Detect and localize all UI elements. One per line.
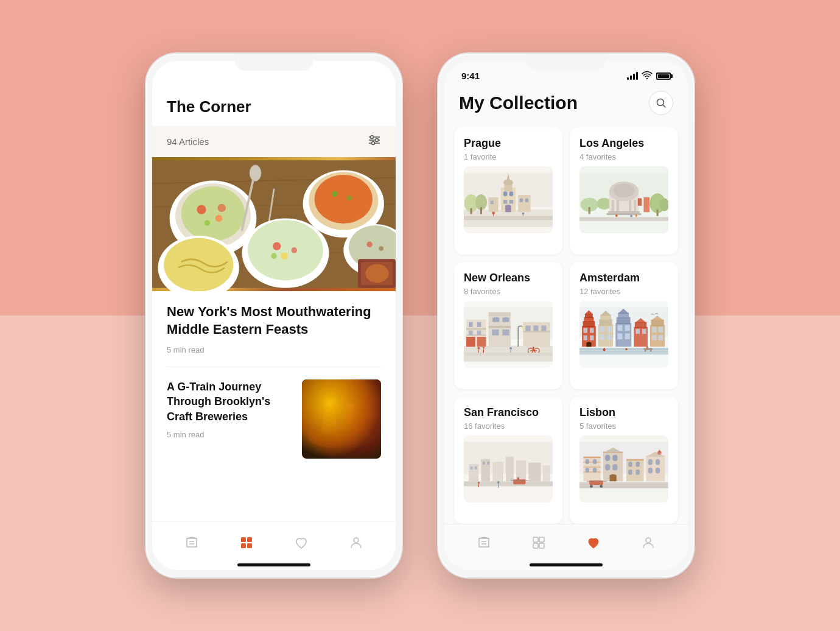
right-nav-favorites-active[interactable] [578,532,609,554]
svg-rect-74 [525,199,529,202]
second-article-text: A G-Train Journey Through Brooklyn's Cra… [167,379,292,439]
phone-notch-right [527,54,606,71]
search-button[interactable] [649,91,673,115]
svg-point-250 [600,485,603,488]
svg-point-105 [635,214,637,216]
svg-rect-128 [525,325,530,331]
svg-point-132 [477,347,480,350]
new-orleans-illustration [464,301,553,368]
svg-point-67 [503,180,513,186]
articles-bar: 94 Articles [152,126,396,157]
svg-point-136 [509,347,512,350]
svg-point-24 [347,196,352,200]
svg-rect-182 [659,335,663,340]
svg-rect-234 [626,459,643,460]
city-favorites-lisbon: 5 favorites [579,421,668,431]
svg-point-4 [376,139,379,142]
svg-rect-225 [593,468,597,473]
right-screen-content: 9:41 [444,61,688,524]
svg-rect-256 [533,537,538,542]
phone-notch-left [234,54,313,71]
signal-icon [627,72,638,80]
svg-rect-91 [617,200,619,212]
second-article-title: A G-Train Journey Through Brooklyn's Cra… [167,379,292,424]
phones-container: The Corner 94 Articles [128,35,712,596]
svg-point-19 [250,165,261,182]
svg-rect-112 [466,328,486,330]
svg-rect-203 [471,467,473,470]
lisbon-illustration [579,435,668,502]
svg-rect-151 [583,328,587,333]
svg-rect-204 [475,467,477,470]
signal-bar-4 [636,72,638,80]
svg-rect-70 [503,200,507,203]
svg-rect-183 [579,348,668,354]
left-phone-screen: The Corner 94 Articles [152,61,396,570]
nav-item-favorites[interactable] [286,532,317,554]
battery-icon [656,72,671,80]
second-article[interactable]: A G-Train Journey Through Brooklyn's Cra… [152,367,396,471]
wifi-icon [642,71,653,81]
svg-rect-50 [247,537,252,542]
right-nav-read[interactable] [469,532,499,554]
svg-rect-170 [625,333,630,339]
svg-point-103 [630,215,632,217]
city-card-lisbon[interactable]: Lisbon 5 favorites [570,397,678,524]
nav-item-read[interactable] [177,532,207,554]
right-nav-profile[interactable] [633,532,663,554]
svg-rect-231 [605,464,610,471]
svg-rect-75 [489,197,499,212]
svg-rect-69 [509,191,513,196]
svg-point-29 [248,220,323,280]
svg-rect-248 [589,481,603,485]
svg-rect-92 [629,200,631,212]
city-card-new-orleans[interactable]: New Orleans 8 favorites [454,262,562,389]
city-name-la: Los Angeles [579,137,668,150]
svg-rect-51 [241,543,246,548]
svg-rect-97 [643,197,649,212]
right-nav-browse[interactable] [523,532,554,554]
svg-rect-117 [477,331,481,335]
city-favorites-amsterdam: 12 favorites [579,287,668,296]
svg-rect-162 [607,334,611,340]
city-card-la[interactable]: Los Angeles 4 favorites [570,127,678,255]
svg-rect-143 [464,353,553,356]
city-card-sf[interactable]: San Francisco 16 favorites [454,397,562,524]
nav-item-browse-active[interactable] [231,532,262,554]
svg-rect-168 [625,325,630,331]
city-card-amsterdam[interactable]: Amsterdam 12 favorites [570,262,678,389]
svg-rect-179 [652,327,656,333]
svg-rect-180 [659,327,663,333]
svg-rect-130 [541,325,546,331]
svg-rect-236 [635,462,639,467]
svg-rect-220 [583,467,600,468]
svg-rect-85 [589,207,590,214]
nav-item-profile[interactable] [341,532,371,554]
svg-point-36 [366,242,373,248]
svg-rect-99 [657,209,659,216]
filter-icon[interactable] [368,135,381,149]
svg-point-31 [292,247,298,253]
svg-rect-71 [509,200,513,203]
svg-point-15 [215,215,222,222]
svg-rect-191 [650,350,651,351]
svg-rect-222 [586,459,589,464]
svg-rect-207 [464,481,553,486]
svg-rect-198 [492,462,503,481]
status-time: 9:41 [461,71,480,81]
food-photo [152,157,396,291]
city-name-new-orleans: New Orleans [464,272,553,284]
svg-point-13 [181,186,245,241]
svg-point-23 [332,191,338,197]
city-card-prague[interactable]: Prague 1 favorite [454,127,562,255]
svg-point-40 [365,264,388,283]
prague-illustration [464,166,553,233]
svg-point-17 [218,204,226,212]
svg-point-79 [522,213,524,215]
signal-bar-3 [633,74,635,80]
svg-point-22 [315,175,373,224]
svg-rect-167 [617,325,622,331]
sf-illustration [464,435,553,502]
city-name-prague: Prague [464,137,553,150]
city-name-lisbon: Lisbon [579,406,668,419]
